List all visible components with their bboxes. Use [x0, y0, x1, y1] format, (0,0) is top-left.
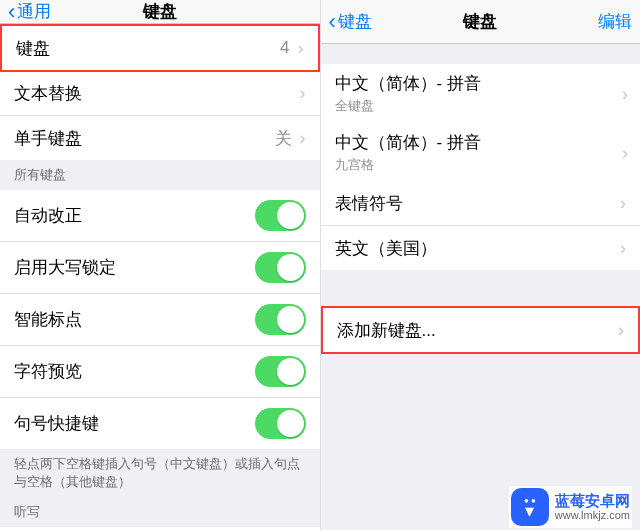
chevron-right-icon: ›: [300, 83, 306, 104]
row-label: 句号快捷键: [14, 412, 255, 435]
section-header-all-keyboards: 所有键盘: [0, 160, 320, 190]
chevron-right-icon: ›: [622, 83, 628, 104]
row-add-new-keyboard[interactable]: 添加新键盘... ›: [323, 308, 639, 352]
keyboard-name: 表情符号: [335, 192, 621, 215]
row-label: 添加新键盘...: [337, 319, 619, 342]
row-label: 键盘: [16, 37, 280, 60]
watermark: ● ● ▾ 蓝莓安卓网 www.lmkjz.com: [509, 486, 632, 528]
chevron-right-icon: ›: [298, 38, 304, 59]
row-label: 智能标点: [14, 308, 255, 331]
row-autocorrect[interactable]: 自动改正: [0, 190, 320, 242]
keyboards-count: 4: [280, 38, 289, 58]
row-label: 单手键盘: [14, 127, 275, 150]
row-keyboards[interactable]: 键盘 4 ›: [2, 26, 318, 70]
toggle-smart-punct[interactable]: [255, 304, 306, 335]
keyboard-row[interactable]: 表情符号 ›: [321, 182, 641, 226]
chevron-right-icon: ›: [620, 238, 626, 259]
nav-back-button[interactable]: ‹ 键盘: [329, 10, 372, 33]
keyboard-layout: 全键盘: [335, 97, 374, 115]
row-label: 启用大写锁定: [14, 256, 255, 279]
nav-title: 键盘: [463, 10, 497, 33]
section-add-keyboard-highlighted: 添加新键盘... ›: [321, 306, 641, 354]
section-replace-onehand: 文本替换 › 单手键盘 关 ›: [0, 72, 320, 160]
keyboard-row[interactable]: 英文（美国） ›: [321, 226, 641, 270]
row-caps-lock[interactable]: 启用大写锁定: [0, 242, 320, 294]
chevron-left-icon: ‹: [8, 1, 15, 23]
row-period-shortcut[interactable]: 句号快捷键: [0, 398, 320, 449]
one-handed-value: 关: [275, 127, 292, 150]
nav-back-label: 键盘: [338, 10, 372, 33]
chevron-right-icon: ›: [300, 128, 306, 149]
chevron-right-icon: ›: [622, 142, 628, 163]
watermark-logo: ● ● ▾: [511, 488, 549, 526]
screen-keyboard-list: ‹ 键盘 键盘 编辑 中文（简体）- 拼音 全键盘 › 中文（简体）- 拼音 九…: [320, 0, 641, 530]
keyboard-row[interactable]: 中文（简体）- 拼音 全键盘 ›: [321, 64, 641, 123]
chevron-right-icon: ›: [618, 320, 624, 341]
row-text-replacement[interactable]: 文本替换 ›: [0, 72, 320, 116]
row-label: 自动改正: [14, 204, 255, 227]
section-all-keyboard-toggles: 自动改正 启用大写锁定 智能标点 字符预览 句号快捷键: [0, 190, 320, 449]
row-char-preview[interactable]: 字符预览: [0, 346, 320, 398]
toggle-char-preview[interactable]: [255, 356, 306, 387]
keyboard-name: 中文（简体）- 拼音: [335, 131, 481, 154]
row-one-handed[interactable]: 单手键盘 关 ›: [0, 116, 320, 160]
row-label: 文本替换: [14, 82, 300, 105]
nav-back-button[interactable]: ‹ 通用: [8, 0, 51, 23]
chevron-left-icon: ‹: [329, 11, 336, 33]
toggle-period-shortcut[interactable]: [255, 408, 306, 439]
screen-keyboard-settings: ‹ 通用 键盘 键盘 4 › 文本替换 › 单手键盘 关 › 所有键盘 自动改正: [0, 0, 320, 530]
keyboard-name: 中文（简体）- 拼音: [335, 72, 481, 95]
watermark-title: 蓝莓安卓网: [555, 492, 630, 509]
nav-title: 键盘: [143, 0, 177, 23]
toggle-autocorrect[interactable]: [255, 200, 306, 231]
keyboard-row[interactable]: 中文（简体）- 拼音 九宫格 ›: [321, 123, 641, 182]
watermark-url: www.lmkjz.com: [555, 509, 630, 522]
section-header-dictation: 听写: [0, 497, 320, 527]
nav-bar: ‹ 键盘 键盘 编辑: [321, 0, 641, 44]
nav-back-label: 通用: [17, 0, 51, 23]
toggle-caps-lock[interactable]: [255, 252, 306, 283]
row-smart-punctuation[interactable]: 智能标点: [0, 294, 320, 346]
section-keyboards-highlighted: 键盘 4 ›: [0, 24, 320, 72]
nav-edit-button[interactable]: 编辑: [598, 10, 632, 33]
row-label: 字符预览: [14, 360, 255, 383]
section-footer-period: 轻点两下空格键插入句号（中文键盘）或插入句点与空格（其他键盘）: [0, 449, 320, 497]
keyboards-list: 中文（简体）- 拼音 全键盘 › 中文（简体）- 拼音 九宫格 › 表情符号 ›…: [321, 64, 641, 270]
chevron-right-icon: ›: [620, 193, 626, 214]
keyboard-name: 英文（美国）: [335, 237, 621, 260]
nav-bar: ‹ 通用 键盘: [0, 0, 320, 24]
keyboard-layout: 九宫格: [335, 156, 374, 174]
